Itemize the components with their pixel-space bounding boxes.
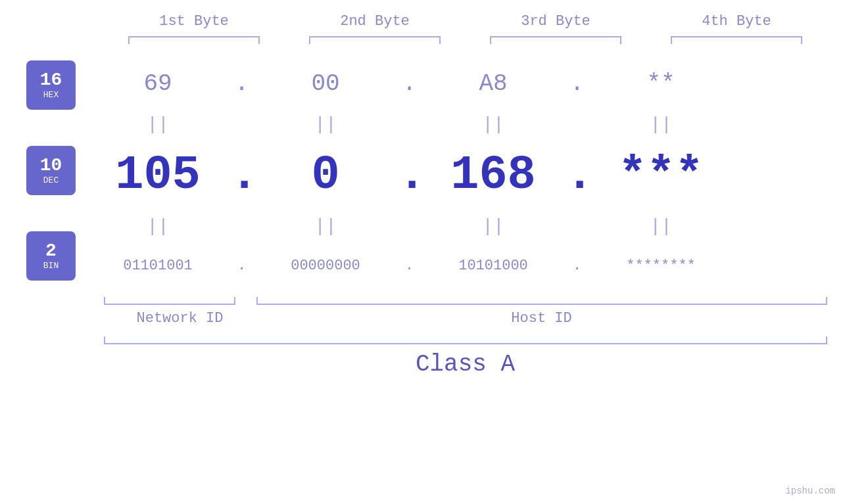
host-id-label: Host ID	[256, 310, 827, 327]
bin-row: 01101001 . 00000000 . 10101000 .	[85, 238, 845, 294]
bin-b4: ********	[589, 258, 733, 274]
header-byte4: 4th Byte	[664, 13, 809, 30]
bottom-labels: Network ID Host ID	[104, 310, 827, 327]
hex-badge: 16 HEX	[26, 60, 76, 110]
bin-b2: 00000000	[253, 258, 398, 274]
network-bracket	[104, 297, 235, 305]
host-bracket	[256, 297, 827, 305]
dec-b3: 168	[421, 149, 566, 202]
hex-row: 69 . 00 . A8 . **	[85, 54, 845, 113]
dec-dot-1: .	[230, 149, 253, 202]
eq2-b3: ||	[421, 216, 566, 237]
header-byte1: 1st Byte	[122, 13, 266, 30]
hex-b1: 69	[85, 70, 230, 97]
eq-row-1: || || || ||	[85, 113, 845, 136]
main-container: 1st Byte 2nd Byte 3rd Byte 4th Byte 16 H…	[0, 0, 845, 504]
hex-dot-1: .	[230, 70, 253, 97]
eq-row-2: || || || ||	[85, 215, 845, 238]
dec-badge-label: DEC	[43, 175, 59, 185]
hex-b2: 00	[253, 70, 398, 97]
top-bracket-2	[309, 36, 441, 44]
bin-badge: 2 BIN	[26, 231, 76, 281]
dec-badge-number: 10	[40, 156, 62, 176]
rows-wrapper: 16 HEX 10 DEC 2 BIN 69 .	[0, 54, 845, 294]
dec-b2: 0	[253, 149, 398, 202]
bin-dot-1: .	[230, 258, 253, 274]
dec-b1: 105	[85, 149, 230, 202]
top-bracket-4	[671, 36, 802, 44]
dec-dot-3: .	[566, 149, 589, 202]
values-wrapper: 69 . 00 . A8 . **	[85, 54, 845, 294]
hex-b4: **	[589, 70, 733, 97]
eq1-b3: ||	[421, 114, 566, 135]
eq2-b1: ||	[85, 216, 230, 237]
bin-b3: 10101000	[421, 258, 566, 274]
top-bracket-1	[128, 36, 260, 44]
network-id-label: Network ID	[104, 310, 256, 327]
bin-dot-2: .	[398, 258, 421, 274]
class-bracket	[104, 336, 827, 344]
hex-dot-3: .	[566, 70, 589, 97]
hex-badge-number: 16	[40, 70, 62, 91]
eq2-b4: ||	[589, 216, 733, 237]
dec-b4: ***	[589, 149, 733, 202]
bottom-section: Network ID Host ID	[104, 297, 827, 330]
dec-row: 105 . 0 . 168 . ***	[85, 136, 845, 215]
bin-badge-label: BIN	[43, 261, 59, 271]
watermark: ipshu.com	[785, 486, 835, 496]
class-label: Class A	[104, 351, 827, 378]
bottom-brackets	[104, 297, 827, 305]
top-brackets	[104, 36, 827, 44]
bin-b1: 01101001	[85, 258, 230, 274]
byte-headers: 1st Byte 2nd Byte 3rd Byte 4th Byte	[104, 13, 827, 30]
top-bracket-3	[490, 36, 621, 44]
dec-badge: 10 DEC	[26, 146, 76, 195]
hex-dot-2: .	[398, 70, 421, 97]
header-byte2: 2nd Byte	[302, 13, 447, 30]
hex-b3: A8	[421, 70, 566, 97]
badges-column: 16 HEX 10 DEC 2 BIN	[0, 54, 85, 294]
bin-dot-3: .	[566, 258, 589, 274]
class-section: Class A	[104, 336, 827, 378]
eq1-b4: ||	[589, 114, 733, 135]
eq1-b1: ||	[85, 114, 230, 135]
dec-dot-2: .	[398, 149, 421, 202]
hex-badge-label: HEX	[43, 90, 59, 100]
bin-badge-number: 2	[45, 241, 57, 262]
header-byte3: 3rd Byte	[483, 13, 628, 30]
eq1-b2: ||	[253, 114, 398, 135]
eq2-b2: ||	[253, 216, 398, 237]
